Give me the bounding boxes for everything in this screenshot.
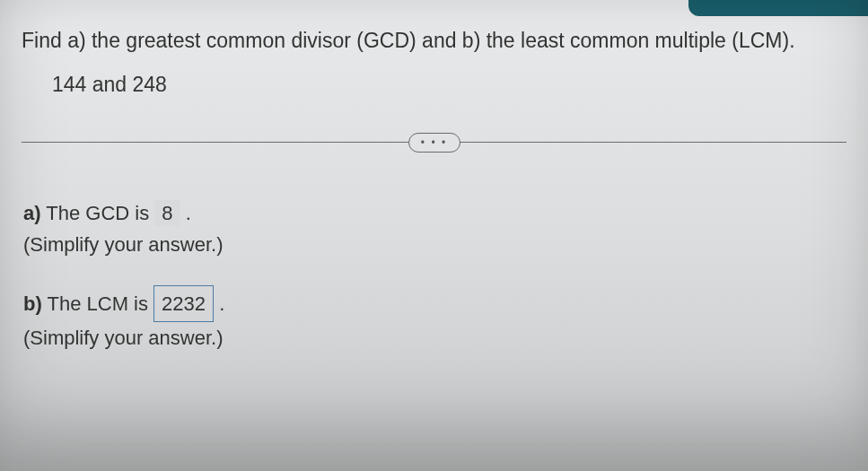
question-numbers: 144 and 248 bbox=[52, 73, 846, 97]
answer-part-b: b) The LCM is 2232 . (Simplify your answ… bbox=[23, 285, 846, 353]
part-a-value[interactable]: 8 bbox=[154, 200, 180, 226]
part-a-before: The GCD is bbox=[41, 202, 155, 224]
question-prompt: Find a) the greatest common divisor (GCD… bbox=[22, 25, 846, 57]
part-a-hint: (Simplify your answer.) bbox=[23, 229, 846, 260]
expand-pill[interactable]: • • • bbox=[408, 133, 460, 153]
part-b-after: . bbox=[214, 292, 224, 315]
question-container: Find a) the greatest common divisor (GCD… bbox=[0, 0, 868, 400]
divider-row: • • • bbox=[22, 129, 846, 156]
part-b-label: b) bbox=[23, 292, 42, 315]
part-b-hint: (Simplify your answer.) bbox=[23, 322, 846, 353]
ellipsis-icon: • • • bbox=[421, 136, 447, 149]
part-b-value[interactable]: 2232 bbox=[153, 285, 214, 322]
answer-part-a: a) The GCD is 8 . (Simplify your answer.… bbox=[23, 197, 846, 260]
answer-a-line: a) The GCD is 8 . bbox=[23, 197, 846, 229]
top-accent-bar bbox=[688, 0, 868, 16]
answer-b-line: b) The LCM is 2232 . bbox=[23, 285, 846, 322]
part-a-label: a) bbox=[23, 202, 41, 224]
part-b-before: The LCM is bbox=[42, 292, 153, 315]
part-a-after: . bbox=[180, 202, 191, 224]
